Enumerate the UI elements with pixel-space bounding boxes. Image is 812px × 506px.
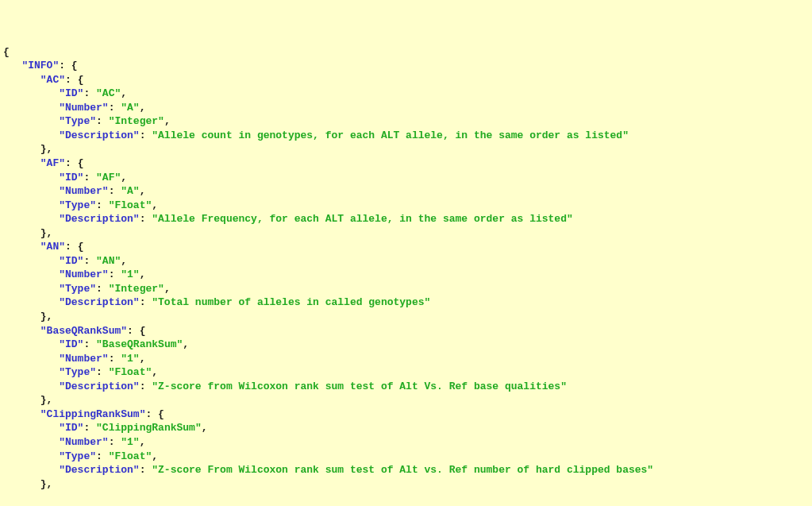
json-code-block: { "INFO": { "AC": { "ID": "AC", "Number"…: [3, 45, 809, 492]
